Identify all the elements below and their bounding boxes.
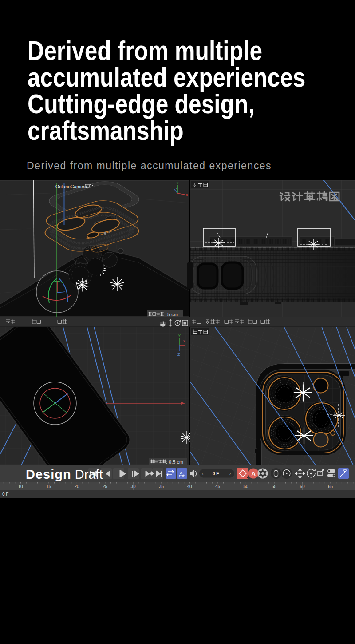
svg-text:20: 20 [74, 484, 79, 489]
svg-text:Z: Z [176, 186, 178, 190]
svg-text:OctaneCamera: OctaneCamera [55, 184, 87, 189]
svg-text:‹: ‹ [202, 471, 203, 476]
svg-text:X: X [183, 339, 185, 343]
svg-text:65: 65 [328, 484, 333, 489]
svg-text:Z: Z [178, 352, 180, 357]
svg-text:: 0.5 cm: : 0.5 cm [166, 459, 183, 465]
svg-text:25: 25 [103, 484, 108, 489]
svg-text:40: 40 [187, 484, 192, 489]
svg-text:55: 55 [272, 484, 277, 489]
svg-text:X: X [185, 193, 188, 197]
svg-text:45: 45 [215, 484, 221, 489]
svg-text:0 F: 0 F [213, 471, 219, 476]
svg-text:Y: Y [178, 334, 181, 338]
svg-text:Y: Y [176, 181, 179, 185]
svg-text:50: 50 [243, 484, 248, 489]
svg-text:0 F: 0 F [2, 492, 8, 497]
svg-text:: 5 cm: : 5 cm [165, 312, 178, 317]
svg-text:›: › [229, 471, 231, 476]
svg-text:A: A [252, 470, 256, 477]
svg-text:35: 35 [159, 484, 164, 489]
svg-text:10: 10 [18, 484, 23, 489]
svg-text:15: 15 [46, 484, 51, 489]
